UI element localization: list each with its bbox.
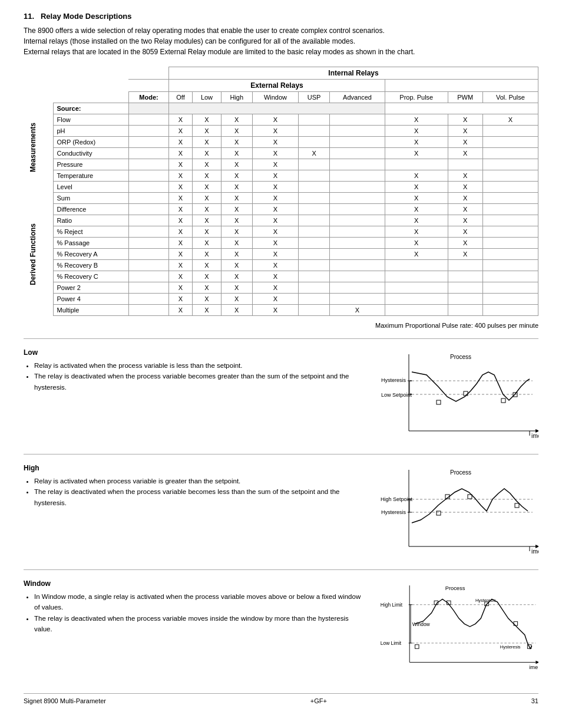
dcell-3-3: X <box>252 226 299 238</box>
dcell-5-2: X <box>221 249 252 260</box>
desc-section-low: Low Relay is activated when the process … <box>24 348 538 444</box>
dcell-10-6 <box>385 305 448 316</box>
relay-table: Internal Relays External Relays Mode: Of… <box>24 67 538 316</box>
dcell-6-5 <box>330 260 385 271</box>
window-diagram-svg: Process High Limit Low Limit Window Hyst… <box>379 579 538 674</box>
dcell-0-6: X <box>385 193 448 204</box>
dcell-8-0: X <box>169 282 193 294</box>
mode-cell <box>128 159 168 170</box>
dcell-7-5 <box>330 271 385 282</box>
dcell-8-3: X <box>252 282 299 294</box>
col-low: Low <box>193 92 222 103</box>
intro-text: The 8900 offers a wide selection of rela… <box>24 25 538 57</box>
svg-marker-38 <box>535 661 538 664</box>
cell-4 <box>299 182 330 193</box>
row-label: ORP (Redox) <box>54 137 129 148</box>
cell-1: X <box>193 126 222 137</box>
cell-2: X <box>221 182 252 193</box>
dcell-4-0: X <box>169 238 193 249</box>
low-bullet-1: Relay is activated when the process vari… <box>34 360 368 371</box>
row-label: % Recovery C <box>54 271 129 282</box>
dcell-6-0: X <box>169 260 193 271</box>
low-bullets: Relay is activated when the process vari… <box>24 360 368 393</box>
table-row: MultipleXXXXX <box>24 305 538 316</box>
dcell-7-2: X <box>221 271 252 282</box>
derived-label: Derived Functions <box>27 219 39 290</box>
dcell-2-8 <box>482 215 538 226</box>
cell-4 <box>299 137 330 148</box>
dcell-7-1: X <box>193 271 222 282</box>
dcell-10-2: X <box>221 305 252 316</box>
dcell-4-8 <box>482 238 538 249</box>
dcell-9-3: X <box>252 294 299 305</box>
cell-6: X <box>385 126 448 137</box>
window-bullet-1: In Window mode, a single relay is activa… <box>34 591 368 613</box>
pulse-note: Maximum Proportional Pulse rate: 400 pul… <box>24 322 538 329</box>
row-label: Temperature <box>54 170 129 182</box>
dcell-9-0: X <box>169 294 193 305</box>
cell-2: X <box>221 126 252 137</box>
dcell-6-3: X <box>252 260 299 271</box>
dcell-9-4 <box>299 294 330 305</box>
dcell-3-5 <box>330 226 385 238</box>
svg-rect-33 <box>515 503 519 508</box>
table-row: pHXXXXXX <box>24 126 538 137</box>
dcell-0-7: X <box>448 193 482 204</box>
section-title: 11. Relay Mode Descriptions <box>24 12 538 21</box>
dcell-9-6 <box>385 294 448 305</box>
svg-rect-13 <box>437 400 441 404</box>
derived-first-row-label: Sum <box>54 193 129 204</box>
footer-center: +GF+ <box>310 697 327 704</box>
dcell-2-5 <box>330 215 385 226</box>
col-prop-pulse: Prop. Pulse <box>385 92 448 103</box>
col-advanced: Advanced <box>330 92 385 103</box>
dcell-0-2: X <box>221 193 252 204</box>
high-bullet-2: The relay is deactivated when the proces… <box>34 486 368 508</box>
cell-6: X <box>385 148 448 159</box>
intro-line-1: The 8900 offers a wide selection of rela… <box>24 25 538 36</box>
cell-5 <box>330 159 385 170</box>
dcell-8-1: X <box>193 282 222 294</box>
dcell-9-7 <box>448 294 482 305</box>
dcell-7-8 <box>482 271 538 282</box>
dcell-1-7: X <box>448 204 482 215</box>
window-diagram: Process High Limit Low Limit Window Hyst… <box>379 579 538 676</box>
dcell-5-5 <box>330 249 385 260</box>
mode-cell <box>128 182 168 193</box>
row-label: % Reject <box>54 226 129 238</box>
dcell-10-0: X <box>169 305 193 316</box>
window-title: Window <box>24 579 368 588</box>
cell-1: X <box>193 114 222 126</box>
cell-5 <box>330 148 385 159</box>
dcell-6-6 <box>385 260 448 271</box>
dcell-1-0: X <box>169 204 193 215</box>
dcell-9-1: X <box>193 294 222 305</box>
dcell-7-7 <box>448 271 482 282</box>
low-title: Low <box>24 348 368 357</box>
dcell-1-5 <box>330 204 385 215</box>
dcell-2-6: X <box>385 215 448 226</box>
svg-text:ime: ime <box>529 664 538 670</box>
cell-5 <box>330 170 385 182</box>
row-label: Flow <box>54 114 129 126</box>
mode-cell <box>128 137 168 148</box>
cell-3: X <box>252 137 299 148</box>
low-diagram-svg: Process Hysteresis Low Setpoint ime <box>379 348 538 443</box>
dcell-8-2: X <box>221 282 252 294</box>
cell-2: X <box>221 170 252 182</box>
table-row: PressureXXXX <box>24 159 538 170</box>
cell-0: X <box>169 137 193 148</box>
col-off: Off <box>169 92 193 103</box>
cell-1: X <box>193 182 222 193</box>
dcell-2-0: X <box>169 215 193 226</box>
cell-8 <box>482 126 538 137</box>
table-row: DifferenceXXXXXX <box>24 204 538 215</box>
intro-line-2: Internal relays (those installed on the … <box>24 36 538 47</box>
svg-text:Window: Window <box>412 621 431 627</box>
cell-3: X <box>252 148 299 159</box>
dcell-4-6: X <box>385 238 448 249</box>
dcell-3-6: X <box>385 226 448 238</box>
table-row: % RejectXXXXXX <box>24 226 538 238</box>
dcell-3-0: X <box>169 226 193 238</box>
row-label: % Recovery A <box>54 249 129 260</box>
